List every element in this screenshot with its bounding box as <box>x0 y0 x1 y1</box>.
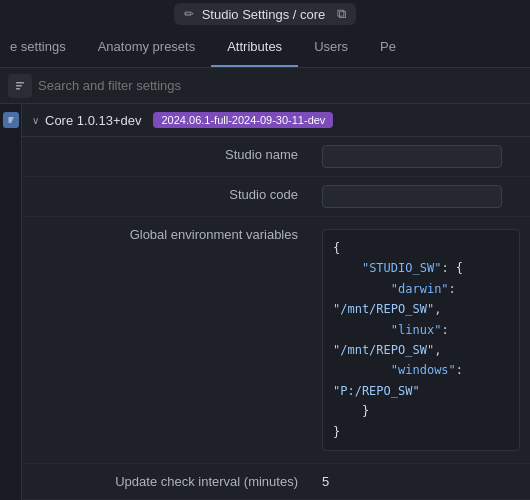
search-input[interactable] <box>38 78 522 93</box>
nav-tabs: e settings Anatomy presets Attributes Us… <box>0 28 530 68</box>
studio-name-value <box>312 137 530 176</box>
studio-name-input[interactable] <box>322 145 502 168</box>
global-env-row: Global environment variables { "STUDIO_S… <box>22 217 530 464</box>
studio-code-label: Studio code <box>22 177 312 212</box>
version-badge: 2024.06.1-full-2024-09-30-11-dev <box>153 112 333 128</box>
svg-rect-5 <box>8 118 13 119</box>
update-check-label: Update check interval (minutes) <box>22 464 312 499</box>
main-content: ∨ Core 1.0.13+dev 2024.06.1-full-2024-09… <box>0 104 530 500</box>
update-check-row: Update check interval (minutes) 5 <box>22 464 530 500</box>
section-header: ∨ Core 1.0.13+dev 2024.06.1-full-2024-09… <box>22 104 530 137</box>
studio-name-row: Studio name <box>22 137 530 177</box>
settings-body: Studio name Studio code Global environme… <box>22 137 530 500</box>
title-bar: ✏ Studio Settings / core ⧉ <box>0 0 530 28</box>
left-sidebar <box>0 104 22 500</box>
title-bar-content: ✏ Studio Settings / core ⧉ <box>174 3 357 25</box>
tab-settings[interactable]: e settings <box>0 28 82 67</box>
tab-pe[interactable]: Pe <box>364 28 412 67</box>
code-block[interactable]: { "STUDIO_SW": { "darwin": "/mnt/REPO_SW… <box>322 229 520 451</box>
update-check-value: 5 <box>312 464 530 497</box>
pencil-icon: ✏ <box>184 7 194 21</box>
copy-icon[interactable]: ⧉ <box>337 6 346 22</box>
studio-code-input[interactable] <box>322 185 502 208</box>
settings-panel: ∨ Core 1.0.13+dev 2024.06.1-full-2024-09… <box>22 104 530 500</box>
tab-attributes[interactable]: Attributes <box>211 28 298 67</box>
studio-code-row: Studio code <box>22 177 530 217</box>
sidebar-icon-active[interactable] <box>3 112 19 128</box>
window-title: Studio Settings / core <box>202 7 326 22</box>
global-env-value: { "STUDIO_SW": { "darwin": "/mnt/REPO_SW… <box>312 217 530 463</box>
tab-anatomy-presets[interactable]: Anatomy presets <box>82 28 212 67</box>
search-area <box>0 68 530 104</box>
chevron-icon[interactable]: ∨ <box>32 115 39 126</box>
svg-rect-3 <box>16 88 20 90</box>
studio-name-label: Studio name <box>22 137 312 172</box>
svg-rect-7 <box>8 122 11 123</box>
section-title: Core 1.0.13+dev <box>45 113 141 128</box>
studio-code-value <box>312 177 530 216</box>
svg-rect-1 <box>16 82 24 84</box>
svg-rect-2 <box>16 85 22 87</box>
search-sidebar-icon[interactable] <box>8 74 32 98</box>
svg-rect-6 <box>8 120 12 121</box>
global-env-label: Global environment variables <box>22 217 312 252</box>
tab-users[interactable]: Users <box>298 28 364 67</box>
